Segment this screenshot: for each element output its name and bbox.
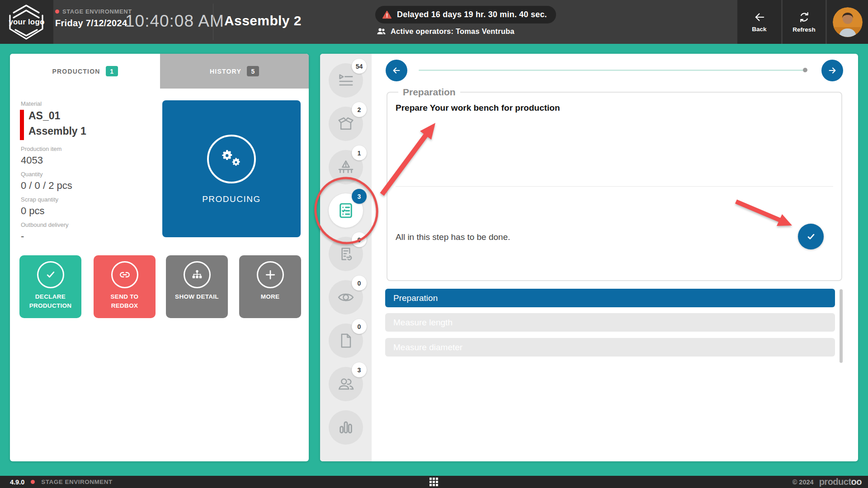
declare-production-button[interactable]: DECLAREPRODUCTION [19,255,81,318]
productoo-logo: productoo [819,477,862,487]
environment-block: STAGE ENVIRONMENT Friday 7/12/2024 [55,8,132,28]
outbound-delivery-value: - [21,230,24,242]
plus-icon [257,261,284,288]
rail-item-statistics[interactable] [329,410,363,445]
tab-history[interactable]: HISTORY 5 [160,54,309,89]
rail-item-machine-issue[interactable]: 1 [329,150,363,184]
tab-production-count: 1 [106,66,118,76]
step-group-legend: Preparation [398,87,460,98]
material-box-icon [337,115,355,133]
inspection-eye-icon [337,288,355,306]
quantity-value: 0 / 0 / 2 pcs [21,180,72,192]
rail-item-documents[interactable]: 0 [329,324,363,358]
rail-item-operators[interactable]: 3 [329,367,363,401]
gears-icon [219,148,244,170]
rail-badge: 0 [352,319,367,334]
step-progress-handle[interactable] [803,68,807,72]
rail-badge: 54 [352,59,367,74]
app-grid-icon[interactable] [429,478,439,487]
refresh-label: Refresh [793,26,815,33]
rail-badge: 2 [352,102,367,117]
footer-bar: 4.9.0 STAGE ENVIRONMENT © 2024 productoo [0,476,868,488]
rail-badge: 0 [352,276,367,291]
warning-triangle-icon [382,10,392,20]
action-label: SEND TOREDBOX [111,292,139,310]
production-item-value: 4053 [21,155,43,166]
check-icon [805,231,817,243]
check-circle-icon [37,261,64,288]
footer-environment-label: STAGE ENVIRONMENT [41,479,113,485]
gears-circle [207,135,256,183]
back-arrow-icon [752,11,767,23]
active-operators-text: Active operators: Tomas Ventruba [391,27,514,36]
tab-production-label: PRODUCTION [52,68,100,75]
show-detail-button[interactable]: SHOW DETAIL [166,255,228,318]
checklist-icon [336,201,355,220]
copyright: © 2024 [793,479,814,486]
avatar-block [827,0,868,44]
material-name: Assembly 1 [28,125,86,137]
sitemap-icon [184,261,211,288]
refresh-icon [797,11,811,23]
step-item-measure-length[interactable]: Measure length [385,313,835,332]
step-item-measure-diameter[interactable]: Measure diameter [385,338,835,357]
delay-status-pill: Delayed 16 days 19 hr. 30 min. 40 sec. [375,6,556,23]
work-steps-panel: 54 2 [320,54,858,461]
step-note: All in this step has to be done. [396,232,510,242]
next-step-button[interactable] [821,60,843,81]
back-button[interactable]: Back [737,0,781,44]
refresh-button[interactable]: Refresh [783,0,826,44]
user-avatar[interactable] [833,7,863,37]
application-window: your logo STAGE ENVIRONMENT Friday 7/12/… [0,0,868,488]
scrollbar-thumb[interactable] [840,289,843,363]
rail-badge: 3 [352,189,367,204]
link-icon [111,261,138,288]
production-item-label: Production item [21,145,61,152]
icon-rail: 54 2 [320,54,372,461]
arrow-right-icon [827,66,837,75]
rail-item-inspection[interactable]: 0 [329,280,363,314]
step-progress-track [419,70,806,71]
material-code: AS_01 [28,110,60,122]
avatar-photo [833,7,863,37]
rail-item-material-box[interactable]: 2 [329,107,363,141]
operators-group-icon [337,375,355,393]
header-bar: your logo STAGE ENVIRONMENT Friday 7/12/… [0,0,868,44]
action-label: SHOW DETAIL [175,292,219,301]
current-date: Friday 7/12/2024 [55,18,132,28]
rail-badge: 3 [352,362,367,377]
clock: 10:40:08 AM [125,12,207,31]
more-button[interactable]: MORE [239,255,301,318]
back-label: Back [752,26,766,33]
action-label: DECLAREPRODUCTION [29,292,72,310]
quantity-label: Quantity [21,171,42,178]
logo-text: your logo [9,18,44,27]
production-panel: PRODUCTION 1 HISTORY 5 Material AS_01 As… [10,54,309,461]
environment-status-dot [55,9,59,14]
step-item-preparation[interactable]: Preparation [385,289,835,307]
footer-environment-dot [31,480,35,484]
statistics-icon [337,418,355,436]
environment-label: STAGE ENVIRONMENT [62,8,132,15]
tab-production[interactable]: PRODUCTION 1 [10,54,160,89]
rail-item-production-queue[interactable]: 54 [329,63,363,98]
production-queue-icon [337,71,355,89]
producing-status-tile[interactable]: PRODUCING [162,100,301,237]
rail-item-checklist[interactable]: 3 [329,193,363,228]
previous-step-button[interactable] [386,60,407,81]
producing-label: PRODUCING [162,194,301,204]
documents-icon [337,332,355,350]
arrow-left-icon [392,66,401,75]
company-logo: your logo [0,0,53,44]
step-instruction: Prepare Your work bench for production [396,103,560,113]
step-group: Preparation Prepare Your work bench for … [387,87,842,281]
rail-item-work-instruction[interactable]: 0 [329,237,363,271]
tab-history-count: 5 [247,66,259,76]
action-label: MORE [261,292,280,301]
rail-badge: 1 [352,145,367,160]
rail-badge: 0 [352,232,367,247]
confirm-step-button[interactable] [798,224,824,249]
machine-issue-icon [337,158,355,176]
send-to-redbox-button[interactable]: SEND TOREDBOX [94,255,156,318]
work-instruction-icon [337,245,355,263]
